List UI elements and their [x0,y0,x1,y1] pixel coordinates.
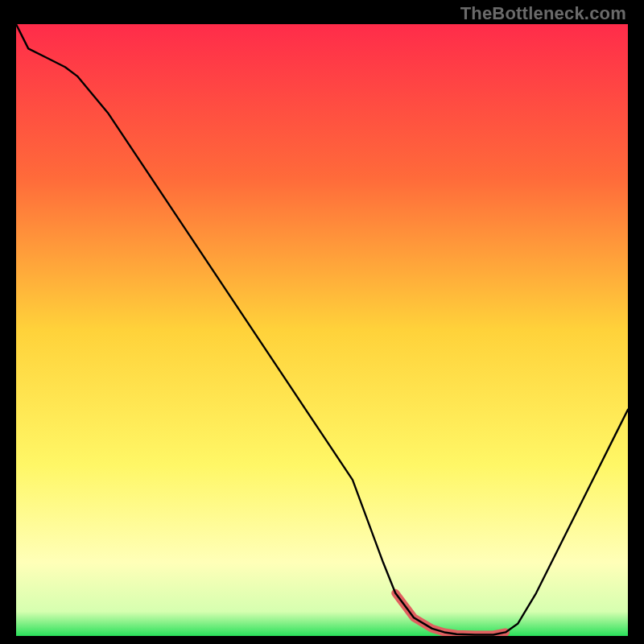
watermark-text: TheBottleneck.com [460,3,626,24]
curve-layer [16,24,628,636]
chart-container: TheBottleneck.com [0,0,644,644]
bottleneck-curve [16,24,628,634]
plot-area [16,24,628,636]
